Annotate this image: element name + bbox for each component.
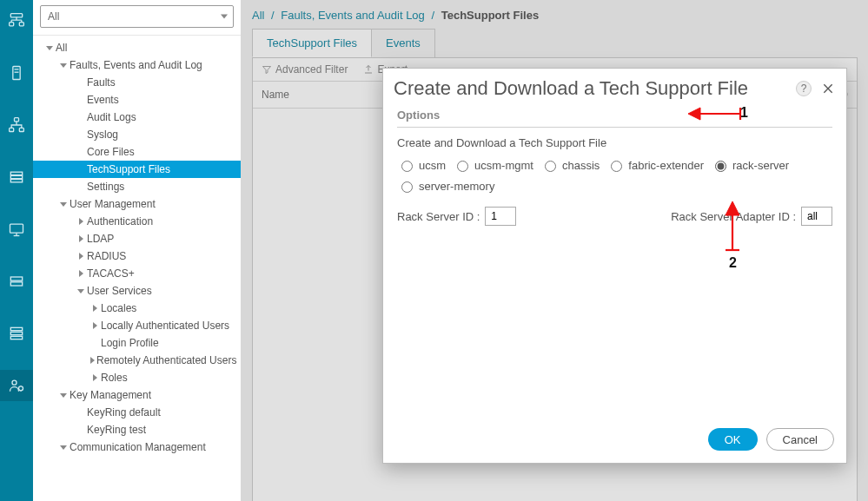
caret-right-icon xyxy=(79,235,83,242)
tree-node-ldap[interactable]: LDAP xyxy=(33,230,241,247)
tree-label: User Management xyxy=(70,198,156,210)
svg-rect-19 xyxy=(10,336,22,339)
tree-node-keyring-default[interactable]: KeyRing default xyxy=(33,404,241,421)
cancel-button[interactable]: Cancel xyxy=(766,428,834,451)
network-icon xyxy=(8,116,25,134)
tree-node-local-auth-users[interactable]: Locally Authenticated Users xyxy=(33,317,241,334)
tree-node-radius[interactable]: RADIUS xyxy=(33,247,241,265)
radio-chassis-input[interactable] xyxy=(545,161,556,172)
tree-node-settings[interactable]: Settings xyxy=(33,178,241,195)
svg-rect-12 xyxy=(10,224,23,233)
nav-filter-select[interactable]: All xyxy=(40,5,234,28)
rail-network-icon[interactable] xyxy=(0,109,33,141)
tree-label: Faults xyxy=(87,76,116,89)
radio-server-memory[interactable]: server-memory xyxy=(397,179,494,193)
dialog-header: Create and Download a Tech Support File … xyxy=(383,69,846,105)
svg-rect-2 xyxy=(19,23,23,26)
rail-stack2-icon[interactable] xyxy=(0,266,33,297)
tree-node-user-mgmt[interactable]: User Management xyxy=(33,195,241,213)
svg-rect-10 xyxy=(10,175,22,178)
svg-rect-9 xyxy=(10,172,22,175)
radio-rack-server[interactable]: rack-server xyxy=(711,158,789,172)
dialog-section-label: Options xyxy=(397,109,832,127)
tree-node-locales[interactable]: Locales xyxy=(33,300,241,317)
tree-label: Events xyxy=(87,94,119,106)
tree-node-keyring-test[interactable]: KeyRing test xyxy=(33,421,241,438)
tree-node-key-mgmt[interactable]: Key Management xyxy=(33,386,241,404)
radio-rack-server-input[interactable] xyxy=(715,161,726,172)
radio-ucsm-input[interactable] xyxy=(401,161,413,172)
rail-topology-icon[interactable] xyxy=(0,5,33,36)
tree-label: KeyRing test xyxy=(87,424,146,436)
file-type-radio-group: ucsm ucsm-mgmt chassis fabric-extender r… xyxy=(397,158,832,193)
rack-adapter-id-label: Rack Server Adapter ID : xyxy=(671,210,796,223)
radio-label: rack-server xyxy=(732,159,789,172)
rack-server-id-row: Rack Server ID : Rack Server Adapter ID … xyxy=(397,207,832,226)
rail-stack3-icon[interactable] xyxy=(0,318,33,349)
tree-node-events[interactable]: Events xyxy=(33,91,241,109)
tree-label: Core Files xyxy=(87,146,135,158)
caret-down-icon xyxy=(46,46,53,50)
tree-node-faults[interactable]: Faults xyxy=(33,74,241,91)
tree-label: Roles xyxy=(101,372,128,384)
tree-label: Authentication xyxy=(87,215,153,227)
tree-node-audit-logs[interactable]: Audit Logs xyxy=(33,109,241,126)
tree-node-login-profile[interactable]: Login Profile xyxy=(33,334,241,352)
tree-node-syslog[interactable]: Syslog xyxy=(33,126,241,143)
chevron-down-icon xyxy=(221,15,228,19)
tree-label: Login Profile xyxy=(101,337,159,349)
rail-monitor-icon[interactable] xyxy=(0,214,33,245)
tree-node-techsupport[interactable]: TechSupport Files xyxy=(33,161,241,178)
svg-point-20 xyxy=(12,380,17,385)
svg-rect-7 xyxy=(10,128,14,131)
tree-node-remote-auth-users[interactable]: Remotely Authenticated Users xyxy=(33,352,241,369)
dialog-subtitle: Create and Download a Tech Support File xyxy=(397,136,832,149)
svg-rect-1 xyxy=(10,23,14,26)
tree-node-roles[interactable]: Roles xyxy=(33,369,241,386)
svg-rect-0 xyxy=(10,14,22,17)
radio-label: server-memory xyxy=(419,180,494,193)
tree-node-comm-mgmt[interactable]: Communication Management xyxy=(33,438,241,456)
caret-down-icon xyxy=(77,289,84,293)
rack-adapter-id-input[interactable] xyxy=(801,207,832,226)
storage-icon xyxy=(8,168,25,186)
radio-ucsm-mgmt-input[interactable] xyxy=(457,161,468,172)
radio-fabric-extender[interactable]: fabric-extender xyxy=(606,158,704,172)
admin-icon xyxy=(8,377,25,394)
server-icon xyxy=(8,64,25,82)
tree-node-core-files[interactable]: Core Files xyxy=(33,143,241,161)
tree-node-user-services[interactable]: User Services xyxy=(33,282,241,300)
svg-rect-17 xyxy=(10,327,22,330)
tree-label: All xyxy=(56,42,67,54)
dialog-help-button[interactable]: ? xyxy=(796,81,812,96)
tree-label: KeyRing default xyxy=(87,406,161,419)
content-area: All / Faults, Events and Audit Log / Tec… xyxy=(242,0,868,501)
tree-label: Remotely Authenticated Users xyxy=(96,354,236,366)
tree-node-all[interactable]: All xyxy=(33,39,241,56)
rail-server-icon[interactable] xyxy=(0,57,33,89)
tree-node-faults-group[interactable]: Faults, Events and Audit Log xyxy=(33,56,241,74)
tree-label: RADIUS xyxy=(87,250,126,262)
svg-rect-6 xyxy=(15,118,19,122)
primary-icon-rail xyxy=(0,0,33,501)
radio-ucsm[interactable]: ucsm xyxy=(397,158,446,172)
tree-label: Settings xyxy=(87,181,124,193)
caret-right-icon xyxy=(90,357,95,364)
radio-chassis[interactable]: chassis xyxy=(540,158,600,172)
ok-button[interactable]: OK xyxy=(708,428,758,451)
radio-server-memory-input[interactable] xyxy=(401,181,413,193)
tree-node-authentication[interactable]: Authentication xyxy=(33,213,241,230)
tree-label: Locally Authenticated Users xyxy=(101,320,229,332)
rack-server-id-input[interactable] xyxy=(485,207,516,226)
caret-down-icon xyxy=(60,202,67,207)
tree-label: Faults, Events and Audit Log xyxy=(70,59,202,71)
tree-label: TechSupport Files xyxy=(87,163,170,175)
rail-admin-icon[interactable] xyxy=(0,370,33,401)
caret-down-icon xyxy=(60,63,67,68)
tree-node-tacacs[interactable]: TACACS+ xyxy=(33,265,241,282)
radio-fabric-extender-input[interactable] xyxy=(611,161,622,172)
radio-label: ucsm-mgmt xyxy=(474,159,533,172)
radio-ucsm-mgmt[interactable]: ucsm-mgmt xyxy=(453,158,533,172)
rail-storage-icon[interactable] xyxy=(0,162,33,193)
dialog-close-button[interactable] xyxy=(820,81,836,96)
